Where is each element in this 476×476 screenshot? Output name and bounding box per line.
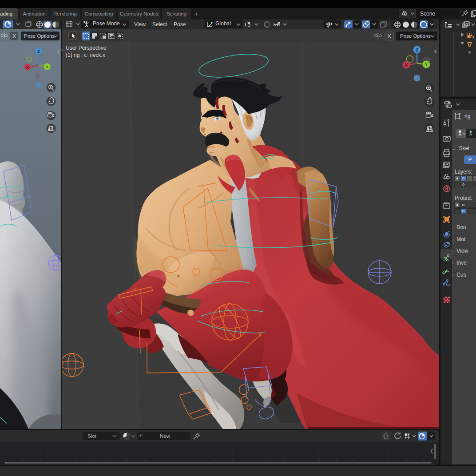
svg-text:rig: rig xyxy=(464,113,470,119)
svg-text:X: X xyxy=(405,63,408,67)
svg-text:Y: Y xyxy=(425,62,428,67)
svg-text:Z: Z xyxy=(37,49,40,54)
svg-text:Y: Y xyxy=(46,65,48,69)
svg-text:Z: Z xyxy=(416,48,418,52)
svg-text:X: X xyxy=(26,65,29,70)
